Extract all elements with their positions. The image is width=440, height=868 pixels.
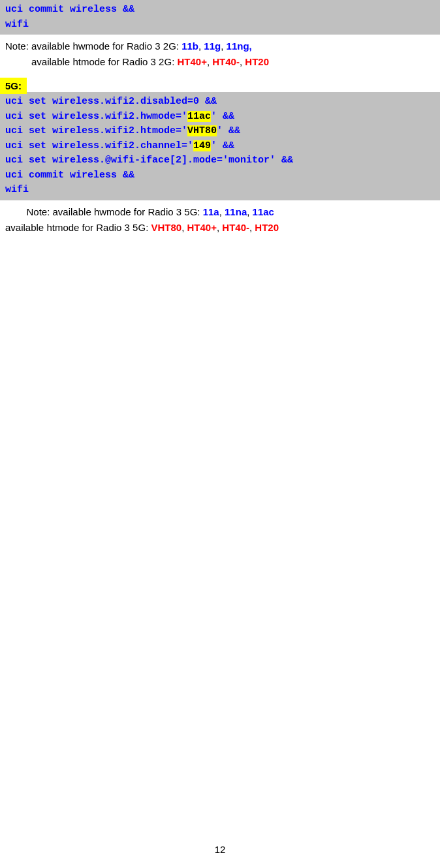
htmode-5g-sep-1: ,	[181, 222, 187, 233]
htmode-5g-vht80: VHT80	[151, 222, 181, 233]
code-5g-wifi: wifi	[5, 184, 29, 195]
htmode-5g-prefix: available htmode for Radio 3 5G:	[5, 222, 151, 233]
code-5g-line-1: uci set wireless.wifi2.disabled=0 &&	[5, 96, 217, 107]
comma-5g-2: ,	[247, 206, 252, 217]
code-5g-line-4: uci set wireless.wifi2.channel='149' &&	[5, 140, 234, 151]
hwmode-5g-11a: 11a	[203, 206, 219, 217]
section-5g-wrapper: 5G:	[0, 80, 440, 92]
htmode-5g-ht40minus: HT40-	[222, 222, 249, 233]
code-line-1: uci commit wireless &&	[5, 4, 134, 15]
htmode-ht40plus: HT40+	[177, 56, 206, 67]
code-5g-line-2: uci set wireless.wifi2.hwmode='11ac' &&	[5, 111, 234, 122]
code-5g-line-6: uci commit wireless &&	[5, 170, 134, 181]
code-line-wifi-1: wifi	[5, 19, 29, 30]
hwmode-5g-11ac: 11ac	[253, 206, 274, 217]
comma-5g-1: ,	[219, 206, 225, 217]
hwmode-11ng: 11ng,	[227, 40, 252, 52]
htmode-ht40minus: HT40-	[212, 56, 240, 67]
highlight-vht80: VHT80	[187, 125, 217, 136]
htmode-5g-ht20: HT20	[255, 222, 279, 233]
htmode-prefix: available htmode for Radio 3 2G:	[31, 56, 177, 67]
page-container: uci commit wireless && wifi Note: availa…	[0, 0, 440, 868]
note-indent-2g: available htmode for Radio 3 2G: HT40+, …	[31, 54, 435, 70]
hwmode-11b: 11b	[181, 40, 198, 52]
code-5g-line-5: uci set wireless.@wifi-iface[2].mode='mo…	[5, 155, 293, 166]
hwmode-11g: 11g	[204, 40, 221, 52]
htmode-sep-1: ,	[207, 56, 212, 67]
hwmode-5g-11na: 11na	[225, 206, 247, 217]
section-5g-label: 5G:	[0, 78, 27, 94]
code-5g-line-3: uci set wireless.wifi2.htmode='VHT80' &&	[5, 125, 240, 136]
htmode-ht20: HT20	[245, 56, 269, 67]
highlight-149: 149	[193, 140, 211, 151]
note-block-5g: Note: available hwmode for Radio 3 5G: 1…	[0, 200, 440, 240]
note-5g-indent: Note: available hwmode for Radio 3 5G:	[18, 206, 203, 217]
note-block-2g: Note: available hwmode for Radio 3 2G: 1…	[0, 35, 440, 74]
comma-2: ,	[221, 40, 226, 52]
code-block-1: uci commit wireless && wifi	[0, 0, 440, 35]
page-number: 12	[215, 844, 226, 855]
highlight-11ac: 11ac	[187, 111, 211, 122]
note-2g-prefix: Note: available hwmode for Radio 3 2G:	[5, 40, 181, 52]
htmode-5g-ht40plus: HT40+	[187, 222, 217, 233]
code-block-2: uci set wireless.wifi2.disabled=0 && uci…	[0, 92, 440, 200]
